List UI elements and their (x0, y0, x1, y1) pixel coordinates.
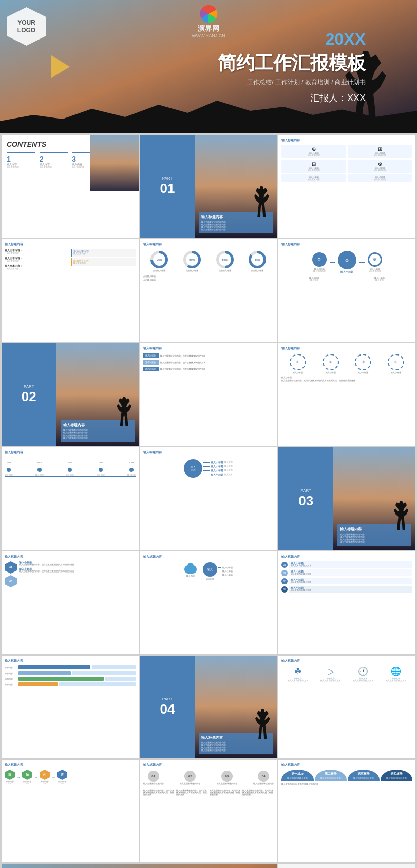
circle-60: 60% 点击输入标题 (183, 251, 201, 272)
tl-dot-2: 2015 输入内容 (35, 461, 44, 476)
step-desc-3: 输入主题要讲述的内容，也可以直接复制您的文本粘贴到此处，根据您的需要 (210, 788, 241, 796)
cover-year: 20XX (218, 30, 366, 49)
cover-subtitle: 工作总结/ 工作计划 / 教育培训 / 商业计划书 (218, 78, 366, 87)
step-desc-4: 输入主题要讲述的内容，也可以直接复制您的文本粘贴到此处，根据您的需要 (242, 788, 274, 796)
dotted-c1: ① 输入小标题 (290, 354, 306, 374)
part03-right: 输入标题内容 输入主题要讲述的内容内容 输入主题要讲述的内容内容 输入主题要讲述… (333, 447, 415, 550)
step-desc-1: 输入主题要讲述的内容，也可以直接复制您的文本粘贴到此处，根据您的需要 (143, 788, 175, 796)
hex-text-1: 输入小标题 输入主题要讲述的内容，也可以直接复制您的文本粘贴到此处 (19, 561, 136, 566)
part02-right: 输入标题内容 输入主题要讲述的内容内容 输入主题要讲述的内容内容 输入主题要讲述… (56, 343, 139, 446)
part04-right: 输入标题内容 输入主题要讲述的内容内容 输入主题要讲述的内容内容 输入主题要讲述… (195, 656, 277, 758)
grid-icon-1: ⊕ 输入小标题 输入文本内容 (281, 145, 346, 158)
contents-item-2: 2 输入内容 输入文本内容 (40, 152, 68, 168)
slide-grid-connections: 输入标题内容 ⊕ 输入小标题 输入文本内容 ⊞ 输入小标题 输入文本内容 ⊟ 输… (278, 135, 415, 238)
node-center: ⚙ 输入小标题 (338, 251, 356, 273)
bar-item-4: 添加内容 (5, 682, 136, 686)
ghex-2: 加 添加内容 35% (22, 770, 32, 785)
slide16-title: 输入标题内容 (281, 555, 412, 559)
num-row-3: 03 输入小标题 输入文本内容输入文本 (281, 578, 412, 584)
step-02: 02 输入主题要讲述的内容 (180, 771, 200, 785)
flow-item-3: 输入小标题 输入文本 (203, 469, 233, 472)
slide-bar-rows: 输入标题内容 添加内容 添加内容 添加内容 添加内容 (2, 656, 139, 758)
num-row-2: 02 输入小标题 输入文本内容输入文本 (281, 569, 412, 576)
part01-left: PART 01 (140, 135, 195, 238)
grid-icon-3: ⊟ 输入小标题 输入文本内容 (281, 160, 346, 173)
slide-text-arrows: 输入标题内容 输入文本内容 ○ 输入文本内容 输入文本内容 ○ 输入文本内容 输… (2, 239, 139, 342)
flow-item-1: 输入小标题 输入文本 (203, 461, 233, 464)
slide17-title: 输入标题内容 (5, 659, 136, 663)
slide-hex-cluster: 输入标题内容 01 03 输入小标题 输入主题要讲述的内容，也可以直接复制您的文… (2, 551, 139, 654)
slide-green-hex-flow: 输入标题内容 添 添加内容 20% → 加 添加内容 35% → 内 (2, 760, 139, 862)
slide11-title: 输入标题内容 (5, 450, 136, 455)
hex-01: 01 (5, 561, 17, 574)
grid-icon-2: ⊞ 输入小标题 输入文本内容 (348, 145, 412, 158)
circle-note-2: 点击输入标题 (143, 279, 274, 281)
bar-item-2: 添加内容 (5, 671, 136, 675)
flow-item-2: 输入小标题 输入文本 (203, 465, 233, 468)
hex-text-2: 输入小标题 输入主题要讲述的内容，也可以直接复制您的文本粘贴到此处 (19, 568, 136, 573)
step-03: 03 输入主题要讲述的内容 (217, 771, 237, 785)
hex-03: 03 (5, 575, 17, 587)
slide-part03: PART 03 输入标题内容 输入主题要讲述的内容内容 输入主题要讲述的内容内容… (278, 447, 415, 550)
circle-note-1: 点击输入标题 (143, 275, 274, 278)
dotted-c4: ④ 输入小标题 (388, 354, 404, 374)
cover-title: 简约工作汇报模板 (218, 51, 366, 76)
slide-timeline: 输入标题内容 2014 输入内容 2015 输入内容 2016 (2, 447, 139, 550)
num-row-1: 01 输入小标题 输入文本内容输入文本 (281, 561, 412, 568)
text-item-1: 输入文本内容 ○ 输入文本内容 (5, 249, 69, 254)
bar-item-3: 添加内容 (5, 677, 136, 681)
slide12-title: 输入标题内容 (143, 450, 274, 455)
slide-closing: YOURLOGO 20XX 非常感谢您观看 工作总结/ 工作计划 汇报人：XXX (2, 864, 277, 868)
slide19-title: 输入标题内容 (281, 659, 412, 663)
text-side-2: 添加文字内容 输入文本内容 (71, 258, 135, 266)
slide-icon-symbols: 输入标题内容 ☘ 添加文字 输入文本内容输入文本 ▷ 添加文字 输入文本内容输入… (278, 656, 415, 758)
part04-left: PART 04 (140, 656, 195, 758)
contents-item-1: 1 输入内容 输入文本内容 (7, 152, 35, 168)
ghex-1: 添 添加内容 20% (5, 770, 15, 785)
seg-tab-4: 第四板块 输入文本内容输入文本 (381, 770, 412, 781)
slide-part04: PART 04 输入标题内容 输入主题要讲述的内容内容 输入主题要讲述的内容内容… (140, 656, 277, 758)
slide-part01: PART 01 输入标题内容 输入主题要讲述的内容内容 输入主题要讲述的内容内容… (140, 135, 277, 238)
slide14-title: 输入标题内容 (5, 555, 136, 559)
step-01: 01 输入主题要讲述的内容 (143, 771, 164, 785)
ghex-4: 容 添加内容 25% (57, 770, 67, 785)
text-item-3: 输入文本内容 ○ 输入文本内容 (5, 264, 69, 270)
slide7-title: 输入标题内容 (281, 242, 412, 247)
logo-hexagon: YOUR LOGO (7, 7, 46, 46)
banner-item-1: 添加标题 输入主题要讲述的内容，也可以直接复制您的文本 (143, 353, 274, 358)
step-04: 04 输入主题要讲述的内容 (253, 771, 274, 785)
slide-banner-list: 输入标题内容 添加标题 输入主题要讲述的内容，也可以直接复制您的文本 添加标题 … (140, 343, 277, 446)
seg-tab-2: 第二板块 输入文本内容输入文本 (315, 770, 347, 781)
slide-part02: PART 02 输入标题内容 输入主题要讲述的内容内容 输入主题要讲述的内容内容… (2, 343, 139, 446)
slide20-title: 输入标题内容 (5, 763, 136, 767)
slide21-title: 输入标题内容 (143, 763, 274, 767)
banner-item-2: 添加标题 输入主题要讲述的内容，也可以直接复制您的文本 (143, 360, 274, 365)
node-connector (330, 262, 335, 263)
part03-left: PART 03 (278, 447, 333, 550)
seg-tab-1: 第一板块 输入文本内容输入文本 (281, 770, 313, 781)
text-side-1: 添加文字内容 输入文本内容 (71, 249, 135, 257)
icon-sym-3: 🕐 添加文字 输入文本内容输入文本 (353, 666, 373, 682)
ghex-3: 内 添加内容 20% (40, 770, 50, 785)
slide-dotted-circles: 输入标题内容 ① 输入小标题 ② 输入小标题 ③ 输入小标题 ④ 输入小标题 输… (278, 343, 415, 446)
logo-text: YOUR LOGO (17, 19, 35, 34)
circle-75: 75% 点击输入标题 (150, 251, 168, 272)
slide-segment-tabs: 输入标题内容 第一板块 输入文本内容输入文本 第二板块 输入文本内容输入文本 第… (278, 760, 415, 862)
grid-icon-6: 输入小标题 输入文本内容 (348, 174, 412, 182)
icon-sym-1: ☘ 添加文字 输入文本内容输入文本 (288, 666, 308, 682)
tl-dot-3: 2016 输入内容 (66, 461, 74, 476)
part02-left: PART 02 (2, 343, 56, 446)
node-2: ⚙ 输入小标题 输入文本内容 (368, 252, 382, 272)
circle-50: 50% 点击输入标题 (216, 251, 234, 272)
cover-slide: YOUR LOGO 演界网 WWW.YANJ.CN 20XX 简约工作汇报模板 … (0, 0, 417, 133)
proc-center: 输入 输入内容 (203, 562, 217, 580)
flow-item-4: 输入小标题 输入文本 (203, 474, 233, 476)
slide-connected-process: 输入标题内容 输入内容 输入 输入内容 输入小标题 输入小标题 (140, 551, 277, 654)
slide-arrow-flow: 输入标题内容 输入内容 输入小标题 输入文本 输入小标题 输入文本 输入小标题 … (140, 447, 277, 550)
proc-item-1: 输入小标题 (222, 566, 233, 569)
flow-center: 输入内容 (184, 459, 202, 478)
slide-grid: CONTENTS 1 输入内容 输入文本内容 2 输入内容 输入文本内容 3 输… (0, 133, 417, 868)
play-icon (51, 55, 70, 78)
banner-item-3: 添加标题 输入主题要讲述的内容，也可以直接复制您的文本 (143, 367, 274, 371)
slide10-title: 输入标题内容 (281, 346, 412, 351)
